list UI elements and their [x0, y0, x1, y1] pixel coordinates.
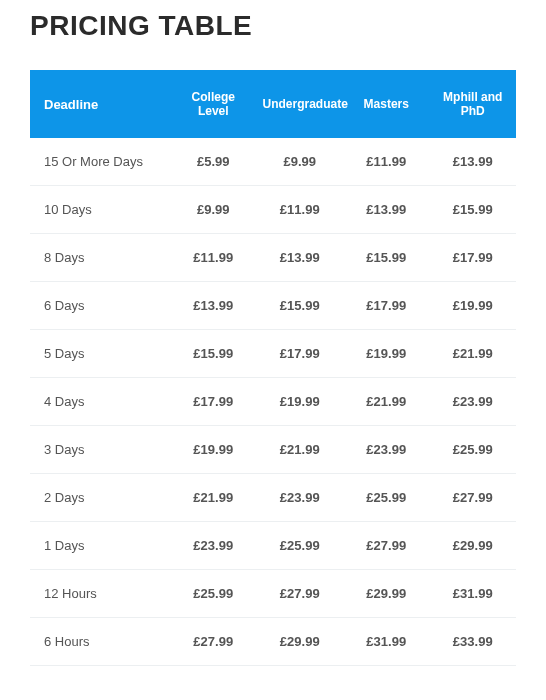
cell-phd: £13.99 — [430, 138, 517, 186]
cell-deadline: 15 Or More Days — [30, 138, 170, 186]
cell-deadline: 1 Days — [30, 522, 170, 570]
cell-college: £21.99 — [170, 474, 257, 522]
cell-college: £15.99 — [170, 330, 257, 378]
table-row: 10 Days£9.99£11.99£13.99£15.99 — [30, 186, 516, 234]
table-row: 6 Days£13.99£15.99£17.99£19.99 — [30, 282, 516, 330]
cell-masters: £13.99 — [343, 186, 430, 234]
cell-college: £25.99 — [170, 570, 257, 618]
cell-masters: £11.99 — [343, 138, 430, 186]
cell-college: £11.99 — [170, 234, 257, 282]
cell-college: £5.99 — [170, 138, 257, 186]
cell-phd: £23.99 — [430, 378, 517, 426]
cell-phd: £19.99 — [430, 282, 517, 330]
cell-college: £9.99 — [170, 186, 257, 234]
cell-deadline: 6 Days — [30, 282, 170, 330]
col-undergraduate: Undergraduate — [257, 70, 344, 138]
cell-undergrad: £27.99 — [257, 570, 344, 618]
table-row: 4 Days£17.99£19.99£21.99£23.99 — [30, 378, 516, 426]
cell-undergrad: £23.99 — [257, 474, 344, 522]
cell-phd: £31.99 — [430, 570, 517, 618]
col-deadline: Deadline — [30, 70, 170, 138]
cell-masters: £27.99 — [343, 522, 430, 570]
cell-undergrad: £19.99 — [257, 378, 344, 426]
cell-masters: £21.99 — [343, 378, 430, 426]
table-row: 6 Hours£27.99£29.99£31.99£33.99 — [30, 618, 516, 666]
cell-deadline: 4 Days — [30, 378, 170, 426]
pricing-table: Deadline College Level Undergraduate Mas… — [30, 70, 516, 666]
cell-undergrad: £11.99 — [257, 186, 344, 234]
cell-undergrad: £13.99 — [257, 234, 344, 282]
cell-phd: £25.99 — [430, 426, 517, 474]
cell-phd: £33.99 — [430, 618, 517, 666]
col-mphill-phd: Mphill and PhD — [430, 70, 517, 138]
cell-college: £23.99 — [170, 522, 257, 570]
cell-deadline: 2 Days — [30, 474, 170, 522]
cell-masters: £17.99 — [343, 282, 430, 330]
cell-undergrad: £15.99 — [257, 282, 344, 330]
cell-deadline: 5 Days — [30, 330, 170, 378]
cell-masters: £19.99 — [343, 330, 430, 378]
table-row: 3 Days£19.99£21.99£23.99£25.99 — [30, 426, 516, 474]
cell-deadline: 12 Hours — [30, 570, 170, 618]
cell-deadline: 3 Days — [30, 426, 170, 474]
table-row: 5 Days£15.99£17.99£19.99£21.99 — [30, 330, 516, 378]
cell-phd: £29.99 — [430, 522, 517, 570]
cell-masters: £15.99 — [343, 234, 430, 282]
cell-college: £13.99 — [170, 282, 257, 330]
cell-college: £27.99 — [170, 618, 257, 666]
table-header-row: Deadline College Level Undergraduate Mas… — [30, 70, 516, 138]
cell-undergrad: £17.99 — [257, 330, 344, 378]
table-row: 15 Or More Days£5.99£9.99£11.99£13.99 — [30, 138, 516, 186]
cell-undergrad: £21.99 — [257, 426, 344, 474]
cell-undergrad: £29.99 — [257, 618, 344, 666]
cell-masters: £25.99 — [343, 474, 430, 522]
table-row: 12 Hours£25.99£27.99£29.99£31.99 — [30, 570, 516, 618]
cell-undergrad: £9.99 — [257, 138, 344, 186]
cell-masters: £29.99 — [343, 570, 430, 618]
page-title: PRICING TABLE — [30, 10, 516, 42]
table-row: 1 Days£23.99£25.99£27.99£29.99 — [30, 522, 516, 570]
cell-college: £17.99 — [170, 378, 257, 426]
cell-masters: £23.99 — [343, 426, 430, 474]
cell-deadline: 6 Hours — [30, 618, 170, 666]
cell-phd: £15.99 — [430, 186, 517, 234]
cell-phd: £21.99 — [430, 330, 517, 378]
table-row: 2 Days£21.99£23.99£25.99£27.99 — [30, 474, 516, 522]
col-masters: Masters — [343, 70, 430, 138]
cell-deadline: 10 Days — [30, 186, 170, 234]
cell-masters: £31.99 — [343, 618, 430, 666]
table-row: 8 Days£11.99£13.99£15.99£17.99 — [30, 234, 516, 282]
cell-phd: £27.99 — [430, 474, 517, 522]
cell-deadline: 8 Days — [30, 234, 170, 282]
col-college-level: College Level — [170, 70, 257, 138]
cell-phd: £17.99 — [430, 234, 517, 282]
cell-college: £19.99 — [170, 426, 257, 474]
cell-undergrad: £25.99 — [257, 522, 344, 570]
